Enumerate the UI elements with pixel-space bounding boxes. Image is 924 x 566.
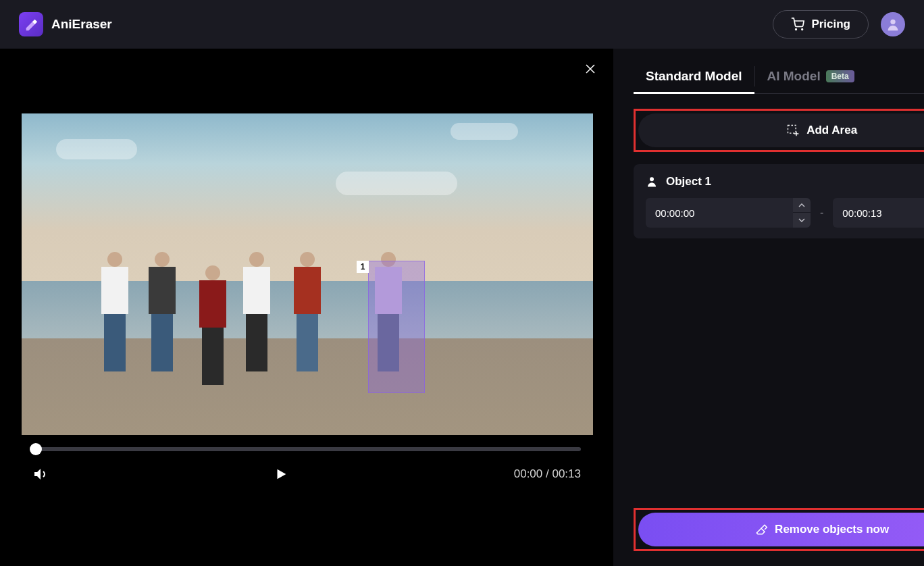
- svg-point-1: [802, 29, 803, 30]
- volume-button[interactable]: [32, 466, 49, 482]
- end-time-wrap: [833, 198, 924, 228]
- selection-label: 1: [357, 261, 369, 273]
- remove-objects-button[interactable]: Remove objects now: [638, 513, 924, 546]
- close-icon: [585, 63, 596, 74]
- main: 1 00:00 / 00:13 Standard Model AI Model …: [0, 49, 924, 566]
- header-right: Pricing: [773, 10, 905, 38]
- user-icon: [886, 17, 900, 32]
- start-time-input[interactable]: [646, 198, 793, 228]
- cart-icon: [791, 18, 804, 31]
- brand-name: AniEraser: [51, 17, 112, 32]
- svg-point-4: [650, 177, 654, 181]
- start-time-stepper: [793, 198, 811, 228]
- chevron-up-icon: [798, 203, 805, 207]
- tab-standard-model[interactable]: Standard Model: [634, 63, 754, 93]
- progress-thumb[interactable]: [30, 443, 42, 455]
- video-person: [99, 252, 130, 377]
- video-cloud: [336, 172, 457, 195]
- video-frame[interactable]: 1: [22, 113, 593, 435]
- video-cloud: [56, 139, 137, 159]
- video-person: [292, 252, 322, 377]
- video-controls: 00:00 / 00:13: [32, 466, 581, 482]
- object-card: Object 1 -: [634, 164, 924, 238]
- avatar[interactable]: [881, 12, 905, 36]
- end-time-input[interactable]: [833, 198, 924, 228]
- svg-rect-3: [788, 126, 796, 134]
- progress-bar[interactable]: [32, 447, 581, 451]
- start-time-up[interactable]: [793, 198, 811, 213]
- svg-point-2: [890, 20, 895, 24]
- svg-point-0: [796, 29, 797, 30]
- add-area-button[interactable]: Add Area: [638, 113, 924, 147]
- pricing-button[interactable]: Pricing: [773, 10, 869, 38]
- beta-badge: Beta: [826, 70, 854, 82]
- pricing-label: Pricing: [811, 18, 850, 31]
- logo-icon: [19, 12, 43, 36]
- tabs: Standard Model AI Model Beta: [634, 63, 924, 94]
- time-range: -: [646, 198, 924, 228]
- side-panel: Standard Model AI Model Beta Add Area Ob…: [613, 49, 924, 566]
- selection-box[interactable]: 1: [368, 261, 425, 393]
- tab-ai-label: AI Model: [767, 69, 821, 84]
- object-header: Object 1: [646, 175, 924, 188]
- play-button[interactable]: [274, 466, 288, 482]
- add-area-label: Add Area: [806, 124, 857, 137]
- chevron-down-icon: [798, 218, 805, 222]
- object-title: Object 1: [666, 175, 711, 188]
- remove-label: Remove objects now: [775, 523, 889, 536]
- time-display: 00:00 / 00:13: [514, 467, 581, 481]
- brand: AniEraser: [19, 12, 112, 36]
- person-icon: [646, 176, 658, 188]
- header: AniEraser Pricing: [0, 0, 924, 49]
- eraser-icon: [754, 523, 768, 536]
- tab-standard-label: Standard Model: [646, 69, 742, 83]
- tab-ai-model[interactable]: AI Model Beta: [755, 63, 867, 93]
- start-time-wrap: [646, 198, 811, 228]
- video-person: [241, 252, 272, 377]
- video-person: [197, 265, 228, 377]
- play-icon: [274, 466, 288, 482]
- video-person: [147, 252, 177, 377]
- video-cloud: [451, 123, 518, 140]
- start-time-down[interactable]: [793, 213, 811, 228]
- time-range-dash: -: [820, 207, 823, 219]
- volume-icon: [32, 466, 49, 482]
- highlight-remove: Remove objects now: [634, 508, 924, 551]
- highlight-add-area: Add Area: [634, 109, 924, 152]
- close-button[interactable]: [582, 61, 598, 77]
- video-panel: 1 00:00 / 00:13: [0, 49, 613, 566]
- add-area-icon: [786, 124, 800, 137]
